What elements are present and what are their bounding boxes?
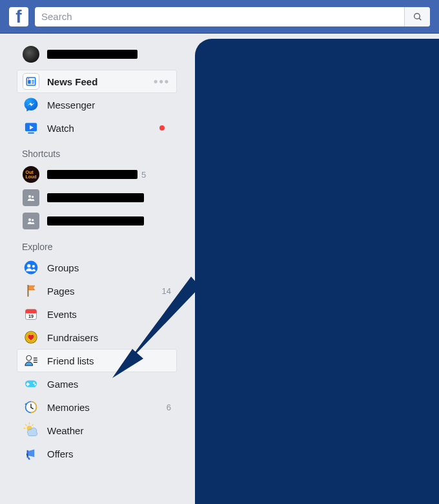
left-sidebar: News Feed ••• Messenger: [0, 34, 181, 465]
svg-point-31: [33, 382, 35, 384]
svg-text:19: 19: [28, 314, 34, 319]
section-header-shortcuts: Shortcuts: [17, 140, 177, 163]
svg-point-15: [27, 264, 30, 268]
nav-label: News Feed: [47, 76, 154, 87]
search-wrap: [35, 7, 430, 26]
nav-label: Games: [47, 379, 171, 390]
topbar: f: [0, 0, 439, 34]
sidebar-item-pages[interactable]: Pages 14: [17, 279, 177, 302]
shortcut-label-redacted: [47, 216, 144, 226]
svg-point-7: [28, 78, 29, 79]
svg-point-11: [32, 196, 34, 198]
sidebar-item-memories[interactable]: Memories 6: [17, 395, 177, 419]
nav-label: Watch: [47, 123, 159, 134]
weather-icon: [23, 422, 39, 439]
svg-point-32: [34, 384, 36, 386]
sidebar-item-weather[interactable]: Weather: [17, 419, 177, 442]
sidebar-item-groups[interactable]: Groups: [17, 256, 177, 279]
sidebar-item-games[interactable]: Games: [17, 372, 177, 395]
search-icon: [413, 12, 423, 22]
nav-label: Groups: [47, 262, 171, 273]
svg-point-10: [28, 195, 31, 198]
memories-icon: [23, 399, 39, 415]
nav-label: Memories: [47, 402, 163, 413]
main-content-panel: [195, 39, 439, 504]
search-button[interactable]: [404, 7, 430, 26]
svg-point-13: [32, 219, 34, 221]
nav-count: 1: [167, 310, 171, 319]
svg-point-14: [25, 261, 38, 275]
svg-rect-30: [26, 384, 30, 385]
shortcut-group-icon: [23, 213, 39, 229]
fundraisers-icon: [23, 329, 39, 346]
nav-count: 6: [167, 403, 171, 412]
nav-count: 14: [162, 286, 171, 296]
sidebar-item-shortcut[interactable]: OutLoud 5: [17, 163, 177, 186]
more-icon[interactable]: •••: [154, 79, 170, 84]
offers-icon: [23, 445, 39, 462]
nav-label: Friend lists: [47, 355, 171, 366]
svg-point-16: [32, 265, 35, 268]
search-input[interactable]: [35, 7, 430, 26]
pages-icon: [23, 282, 39, 299]
sidebar-item-events[interactable]: 19 Events 1: [17, 302, 177, 326]
svg-point-24: [26, 355, 32, 361]
svg-rect-3: [28, 80, 31, 84]
sidebar-item-fundraisers[interactable]: Fundraisers: [17, 326, 177, 349]
svg-line-39: [26, 425, 26, 425]
svg-rect-20: [26, 311, 37, 313]
sidebar-item-news-feed[interactable]: News Feed •••: [17, 70, 177, 93]
sidebar-item-messenger[interactable]: Messenger: [17, 93, 177, 116]
nav-label: Pages: [47, 286, 158, 297]
profile-name-redacted: [47, 50, 138, 59]
svg-point-12: [28, 218, 31, 221]
sidebar-item-offers[interactable]: Offers: [17, 442, 177, 465]
shortcut-group-icon: [23, 189, 39, 206]
nav-label: Offers: [47, 448, 171, 459]
sidebar-item-watch[interactable]: Watch: [17, 116, 177, 140]
sidebar-item-shortcut[interactable]: [17, 209, 177, 233]
section-header-explore: Explore: [17, 233, 177, 256]
facebook-logo[interactable]: f: [9, 7, 28, 26]
svg-point-0: [414, 13, 420, 19]
shortcut-group-icon: OutLoud: [23, 166, 39, 183]
news-feed-icon: [23, 73, 39, 90]
nav-label: Messenger: [47, 100, 171, 110]
shortcut-label-redacted: [47, 170, 138, 179]
notification-dot: [159, 125, 165, 131]
groups-icon: [23, 259, 39, 276]
sidebar-item-friend-lists[interactable]: Friend lists: [17, 349, 177, 372]
messenger-icon: [23, 96, 39, 113]
watch-icon: [23, 120, 39, 136]
friend-lists-icon: [23, 352, 39, 369]
sidebar-item-profile[interactable]: [17, 43, 177, 66]
sidebar-item-shortcut[interactable]: [17, 186, 177, 209]
nav-count: 5: [141, 170, 146, 180]
games-icon: [23, 375, 39, 392]
nav-label: Weather: [47, 425, 171, 436]
events-icon: 19: [23, 306, 39, 322]
svg-line-1: [419, 18, 421, 20]
svg-line-40: [32, 425, 33, 425]
nav-label: Events: [47, 309, 163, 320]
shortcut-label-redacted: [47, 193, 144, 202]
nav-label: Fundraisers: [47, 332, 171, 343]
avatar: [23, 46, 39, 63]
